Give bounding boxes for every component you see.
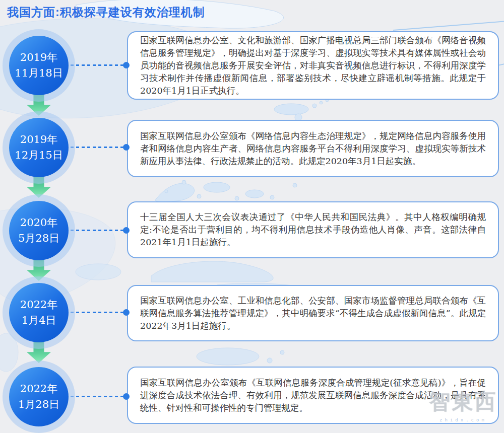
dashed-connector [71, 230, 124, 231]
timeline-card-text: 国家互联网信息办公室、文化和旅游部、国家广播电视总局三部门联合颁布《网络音视频信… [140, 34, 486, 97]
timeline-card-4: 国家互联网信息办公室、工业和信息化部、公安部、国家市场监督管理总局联合颁布《互联… [127, 285, 499, 341]
timeline-card-5: 国家互联网信息办公室颁布《互联网信息服务深度合成管理规定(征求意见稿)》，旨在促… [127, 367, 499, 424]
timeline-date-node-3: 2020年 5月28日 [9, 201, 69, 260]
timeline-card-text: 国家互联网信息办公室、工业和信息化部、公安部、国家市场监督管理总局联合颁布《互联… [140, 295, 486, 332]
date-year: 2020年 [20, 215, 57, 231]
timeline-date-node-1: 2019年 11月18日 [9, 36, 69, 95]
connector-dot-icon [123, 309, 130, 316]
timeline-card-text: 十三届全国人大三次会议表决通过了《中华人民共和国民法典》。其中人格权编明确规定:… [140, 211, 486, 249]
date-year: 2022年 [20, 297, 57, 313]
timeline-card-1: 国家互联网信息办公室、文化和旅游部、国家广播电视总局三部门联合颁布《网络音视频信… [127, 31, 499, 100]
timeline-date-node-4: 2022年 1月4日 [9, 283, 69, 342]
date-day: 12月15日 [15, 148, 62, 163]
date-year: 2019年 [20, 132, 57, 148]
timeline-card-3: 十三届全国人大三次会议表决通过了《中华人民共和国民法典》。其中人格权编明确规定:… [127, 201, 499, 258]
infographic-timeline-page: 我国方面:积极探寻建设有效治理机制 2019年 11月18日 国家互联网信息办公… [0, 0, 504, 433]
timeline-card-text: 国家互联网信息办公室颁布《互联网信息服务深度合成管理规定(征求意见稿)》，旨在促… [140, 377, 486, 414]
connector-dot-icon [123, 62, 130, 68]
date-day: 5月28日 [18, 231, 59, 246]
dashed-connector [71, 64, 124, 66]
timeline-date-node-5: 2022年 1月28日 [9, 367, 69, 426]
dashed-connector [71, 396, 124, 397]
dashed-connector [71, 312, 124, 313]
date-day: 11月18日 [15, 65, 62, 81]
timeline-date-node-2: 2019年 12月15日 [9, 118, 69, 177]
date-day: 1月28日 [18, 397, 59, 412]
date-year: 2022年 [20, 381, 57, 397]
date-day: 1月4日 [22, 313, 56, 328]
connector-dot-icon [123, 393, 130, 400]
timeline-card-text: 国家互联网信息办公室颁布《网络信息内容生态治理规定》，规定网络信息内容服务使用者… [140, 130, 486, 168]
date-year: 2019年 [20, 50, 57, 65]
timeline-card-2: 国家互联网信息办公室颁布《网络信息内容生态治理规定》，规定网络信息内容服务使用者… [127, 120, 499, 177]
dashed-connector [71, 147, 124, 148]
connector-dot-icon [123, 144, 130, 151]
connector-dot-icon [123, 227, 130, 234]
page-title: 我国方面:积极探寻建设有效治理机制 [7, 5, 205, 20]
